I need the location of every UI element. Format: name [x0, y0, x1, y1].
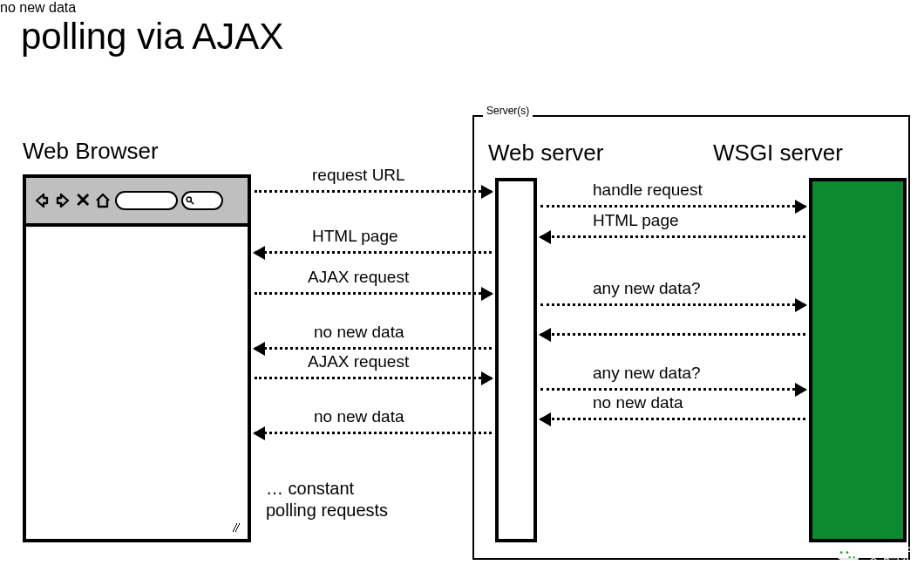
watermark: 美码师	[835, 543, 917, 567]
web-server-box	[495, 178, 537, 542]
label-anynew-1: any new data?	[593, 279, 701, 298]
svg-point-4	[840, 551, 843, 554]
browser-label: Web Browser	[23, 138, 159, 165]
browser-toolbar: ✕	[26, 178, 248, 227]
label-handle-req: handle request	[593, 180, 703, 200]
svg-point-0	[187, 197, 191, 201]
label-ajax-1: AJAX request	[308, 268, 409, 287]
arrow-ajax-2	[255, 377, 492, 379]
arrow-html-page-r	[540, 235, 805, 238]
arrow-handle-req	[540, 205, 805, 208]
arrow-nonew-1	[255, 347, 492, 350]
arrow-nonew-r2	[540, 418, 805, 420]
svg-point-3	[845, 553, 858, 564]
footer-text: … constant polling requests	[266, 478, 388, 521]
wsgi-server-box	[809, 178, 907, 542]
label-nonew-r2: no new data	[593, 393, 683, 412]
svg-point-7	[853, 556, 855, 558]
label-request-url: request URL	[312, 166, 405, 185]
url-field	[115, 191, 178, 210]
label-html-page-l: HTML page	[312, 227, 398, 246]
browser-window: ✕ ⫽	[23, 174, 251, 542]
back-icon	[33, 192, 51, 209]
svg-point-6	[848, 556, 850, 558]
home-icon	[94, 192, 112, 209]
stop-icon: ✕	[75, 191, 91, 210]
arrow-anynew-1	[540, 303, 805, 306]
label-html-page-r: HTML page	[593, 211, 679, 230]
arrow-html-page-l	[255, 251, 492, 254]
watermark-text: 美码师	[865, 543, 917, 567]
diagram-title: polling via AJAX	[21, 16, 283, 58]
search-field	[181, 191, 223, 210]
label-anynew-2: any new data?	[593, 364, 701, 383]
label-nonew-2: no new data	[314, 407, 404, 426]
arrow-nonew-2	[255, 432, 492, 434]
label-nonew-r1: no new data	[0, 0, 924, 16]
arrow-anynew-2	[540, 388, 805, 391]
forward-icon	[54, 192, 71, 209]
server-group-label: Server(s)	[483, 105, 533, 117]
svg-line-1	[191, 201, 194, 204]
wechat-icon	[835, 545, 859, 566]
arrow-request-url	[255, 190, 492, 193]
search-icon	[186, 196, 194, 205]
svg-point-5	[846, 551, 849, 554]
resize-handle-icon: ⫽	[229, 520, 243, 535]
label-ajax-2: AJAX request	[308, 352, 409, 371]
arrow-ajax-1	[255, 292, 492, 295]
arrow-nonew-r1	[540, 333, 805, 336]
browser-body: ⫽	[26, 227, 248, 539]
label-nonew-1: no new data	[314, 323, 404, 342]
